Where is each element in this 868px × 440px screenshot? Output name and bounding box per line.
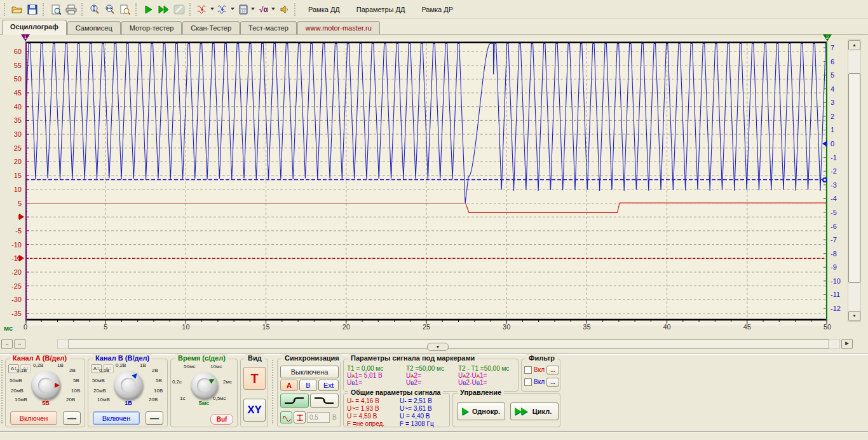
knob-label: 0,2с [172, 379, 182, 385]
left-axis-tick-label: 30 [1, 130, 22, 138]
channel-a-power-button[interactable]: Включен [10, 411, 57, 425]
tab-website[interactable]: www.motor-master.ru [297, 21, 380, 34]
panel-grip[interactable] [1, 360, 4, 423]
filter-a-checkbox[interactable] [524, 366, 532, 374]
rising-edge-icon [283, 395, 306, 406]
sound-icon[interactable] [276, 2, 292, 17]
save-icon[interactable] [25, 2, 40, 17]
x-axis-tick-label: 45 [743, 323, 751, 331]
scroll-down-button[interactable]: ▼ [848, 311, 860, 321]
x-axis-unit-label: мс [4, 324, 13, 332]
channel-b-zero-marker[interactable] [822, 141, 827, 147]
time-knob[interactable] [191, 372, 218, 399]
start-cycle-icon[interactable] [156, 2, 172, 17]
scroll-right-button[interactable]: ▶ [841, 339, 853, 349]
print-icon[interactable] [64, 2, 79, 17]
right-axis-tick-label: 5 [831, 71, 834, 79]
text-part: 1= [355, 379, 362, 386]
channel-b-minus-button[interactable]: — [146, 411, 163, 425]
chevron-down-icon[interactable] [210, 8, 214, 12]
filter-a-label: Вкл [534, 366, 545, 373]
ua-diff-value: UА2-UА1= [458, 372, 509, 379]
start-icon[interactable] [141, 2, 156, 17]
sync-hysteresis-button[interactable] [294, 411, 306, 423]
chevron-down-icon[interactable] [271, 8, 275, 12]
filter-b-checkbox[interactable] [524, 378, 532, 386]
single-run-button[interactable]: Однокр. [457, 402, 505, 420]
view-t-button[interactable]: T [243, 367, 266, 390]
frame-dr-button[interactable]: Рамка ДР [413, 3, 461, 17]
left-axis-labels: 605550454035302520151050-5-10-15-20-25-3… [0, 39, 24, 326]
tab-test-master[interactable]: Тест-мастер [240, 21, 297, 34]
filter-a-more-button[interactable]: ... [546, 366, 559, 375]
view-xy-button[interactable]: XY [243, 399, 266, 422]
right-axis-tick-label: -4 [831, 195, 837, 202]
marker-b-options-button[interactable]: .. [14, 339, 25, 349]
filter-b-more-button[interactable]: ... [546, 378, 559, 387]
vertical-scroll-thumb[interactable] [848, 73, 860, 283]
time-title: Время (с/дел) [175, 354, 228, 362]
channel-a-volts-knob[interactable] [31, 371, 60, 400]
sync-source-ext-button[interactable]: Ext [318, 380, 339, 391]
ua1-value: UА1= 5,01 В [347, 372, 383, 379]
b-u-rms: U = 4,40 В [400, 413, 434, 420]
knob-label: 0,2В [33, 362, 43, 368]
b-freq: F = 1308 Гц [400, 420, 434, 428]
toolbar-grip[interactable] [4, 3, 7, 16]
marker-a-options-button[interactable]: .. [1, 339, 13, 349]
signal-b-icon[interactable] [215, 2, 231, 17]
sync-source-a-button[interactable]: А [280, 380, 298, 391]
right-axis-tick-label: -12 [831, 305, 841, 312]
open-icon[interactable] [10, 2, 25, 17]
buffer-button[interactable]: Buf [210, 414, 233, 425]
b-u-ac: U~= 3,61 В [400, 405, 434, 413]
chevron-down-icon[interactable] [231, 8, 234, 12]
sync-level-input[interactable] [307, 412, 330, 423]
params-dd-button[interactable]: Параметры ДД [348, 3, 414, 17]
chevron-down-icon[interactable] [251, 8, 255, 12]
sync-off-button[interactable]: Выключена [280, 366, 339, 378]
right-axis-tick-label: -9 [831, 263, 837, 271]
channel-a-level-arrow[interactable] [19, 255, 24, 261]
left-axis-tick-label: -5 [1, 227, 22, 235]
horizontal-scroll-thumb[interactable] [68, 340, 829, 348]
text-part: 1= [480, 379, 487, 386]
knob-label: 10мВ [15, 397, 27, 402]
tab-oscilloscope[interactable]: Осциллограф [2, 20, 67, 35]
zoom-vertical-icon[interactable] [87, 2, 102, 17]
tab-recorder[interactable]: Самописец [67, 21, 121, 34]
knob-label: 0,5мс [213, 395, 226, 401]
knob-label: 5В [156, 378, 162, 383]
text-part: 2= [414, 379, 421, 386]
sync-rising-edge-button[interactable] [280, 394, 309, 408]
vertical-scrollbar[interactable]: ▲ ▼ [848, 39, 861, 322]
tab-motor-tester[interactable]: Мотор-тестер [121, 21, 182, 34]
horizontal-scrollbar[interactable] [57, 339, 840, 349]
channel-a-zero-marker[interactable] [19, 214, 24, 220]
channel-b-title: Канал В (В/дел) [93, 354, 152, 362]
zoom-horizontal-icon[interactable] [102, 2, 118, 17]
sync-source-b-button[interactable]: В [299, 380, 317, 391]
app-window: { "toolbar": { "icons": ["open-icon","sa… [0, 0, 868, 440]
scroll-up-button[interactable]: ▲ [848, 40, 860, 50]
channel-a-minus-button[interactable]: — [63, 411, 81, 425]
panel-grip[interactable] [272, 360, 275, 423]
zoom-page-icon[interactable] [118, 2, 133, 17]
cycle-run-button[interactable]: Цикл. [510, 402, 559, 420]
math-sqrt-alpha-icon[interactable]: √α [256, 2, 271, 17]
channel-b-volts-knob[interactable] [114, 371, 143, 400]
sync-level-mode-button[interactable] [280, 411, 292, 423]
plot-area[interactable] [25, 39, 827, 326]
sync-falling-edge-button[interactable] [310, 394, 339, 408]
knob-pointer [132, 371, 139, 378]
print-preview-icon[interactable] [48, 2, 64, 17]
collapse-panel-button[interactable]: ▼ [427, 343, 449, 351]
tab-scan-tester[interactable]: Скан-Тестер [182, 21, 240, 34]
signal-a-icon[interactable] [195, 2, 210, 17]
calculator-icon[interactable] [236, 2, 251, 17]
channel-b-power-button[interactable]: Включен [93, 411, 140, 425]
channel-a-group: Канал А (В/дел) A↕ A↕ 0,1В 0,2В 1В 2В 50… [5, 359, 85, 427]
channel-b-level-marker[interactable] [822, 177, 827, 182]
frame-dd-button[interactable]: Рамка ДД [300, 3, 348, 17]
falling-edge-icon [313, 395, 336, 406]
